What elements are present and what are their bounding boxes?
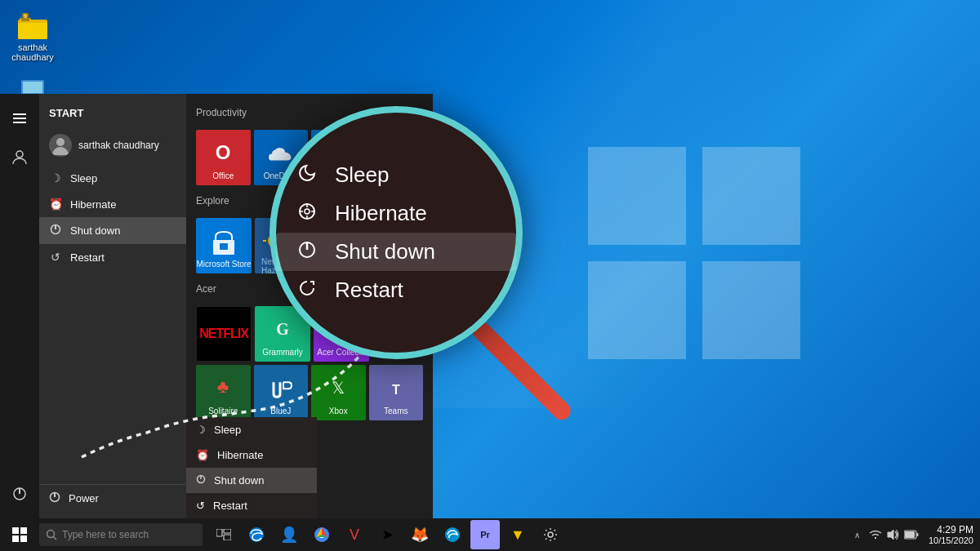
windows-logo-icon <box>12 527 27 542</box>
mag-restart-icon <box>296 278 318 303</box>
acer-label: Acer <box>196 283 216 295</box>
submenu-sleep-icon: ☽ <box>196 424 206 436</box>
taskbar-edge2-icon[interactable] <box>438 520 467 549</box>
svg-rect-1 <box>18 23 47 39</box>
mag-shutdown-icon <box>296 240 318 264</box>
tile-teams-label: Teams <box>384 407 408 415</box>
tray-datetime[interactable]: 4:29 PM 10/15/2020 <box>922 524 973 545</box>
svg-text:T: T <box>392 383 400 397</box>
mag-sleep-icon <box>296 163 318 188</box>
tray-date: 10/15/2020 <box>929 535 973 545</box>
tile-solitaire[interactable]: ♣ Solitaire <box>196 365 251 420</box>
svg-point-45 <box>305 209 310 214</box>
svg-point-13 <box>56 138 65 146</box>
tile-office[interactable]: O Office <box>196 130 251 185</box>
tray-volume-icon[interactable] <box>886 527 901 542</box>
start-shutdown-item[interactable]: Shut down <box>39 217 186 244</box>
tile-teams[interactable]: T Teams <box>369 365 424 420</box>
mag-restart-label: Restart <box>335 278 403 303</box>
power-button[interactable]: Power <box>39 485 186 512</box>
tile-solitaire-label: Solitaire <box>208 407 238 415</box>
mag-sleep-item[interactable]: Sleep <box>276 156 516 194</box>
submenu-restart-icon: ↺ <box>196 500 205 512</box>
taskbar: Type here to search 👤 <box>0 518 980 551</box>
tile-netflix[interactable]: NETFLIX <box>196 306 252 362</box>
tray-network-icon[interactable] <box>868 527 883 542</box>
submenu-hibernate-icon: ⏰ <box>196 449 209 461</box>
play-tiles-row: ♣ Solitaire BlueJ <box>196 365 423 420</box>
svg-rect-53 <box>20 527 27 534</box>
taskbar-pinned-icons: 👤 V ➤ 🦊 Pr ▼ <box>209 520 565 549</box>
taskbar-tray: ∧ 4:29 PM 10/15 <box>850 524 980 545</box>
mag-hibernate-item[interactable]: Hibernate <box>276 194 516 233</box>
taskbar-search-icon <box>46 529 57 540</box>
sidebar-hamburger[interactable] <box>0 100 39 136</box>
user-folder-icon: S <box>18 11 47 41</box>
start-header: START <box>39 100 186 126</box>
svg-text:G: G <box>276 320 289 338</box>
submenu-sleep-label: Sleep <box>214 424 241 436</box>
mag-hibernate-icon <box>296 202 318 226</box>
svg-point-56 <box>47 531 55 538</box>
start-sleep-item[interactable]: ☽ Sleep <box>39 165 186 191</box>
start-restart-item[interactable]: ↺ Restart <box>39 244 186 270</box>
tile-bluej-label: BlueJ <box>270 407 291 415</box>
submenu-sleep[interactable]: ☽ Sleep <box>186 417 317 442</box>
start-button[interactable] <box>0 518 39 551</box>
user-name-label: sarthak chaudhary <box>78 140 159 151</box>
taskbar-arrow-icon[interactable]: ➤ <box>372 520 402 549</box>
taskbar-settings-icon[interactable] <box>536 520 565 549</box>
tile-grammarly-label: Grammarly <box>262 348 302 357</box>
tile-xbox-label: Xbox <box>329 407 348 415</box>
start-hibernate-item[interactable]: ⏰ Hibernate <box>39 191 186 217</box>
taskbar-chrome-icon[interactable] <box>307 520 336 549</box>
start-label: START <box>49 107 83 119</box>
tile-store[interactable]: Microsoft Store <box>196 218 252 273</box>
productivity-label: Productivity <box>196 107 247 118</box>
svg-text:𝕏: 𝕏 <box>332 379 345 397</box>
taskbar-edge-icon[interactable] <box>242 520 271 549</box>
tile-bluej[interactable]: BlueJ <box>254 365 309 420</box>
submenu-restart-label: Restart <box>213 500 247 512</box>
taskbar-firefox-icon[interactable]: 🦊 <box>405 520 434 549</box>
taskbar-people-icon[interactable]: 👤 <box>274 520 304 549</box>
user-avatar <box>49 134 72 157</box>
sidebar-power-icon[interactable] <box>0 476 39 512</box>
svg-line-57 <box>54 537 57 540</box>
svg-rect-59 <box>224 529 231 533</box>
submenu-restart[interactable]: ↺ Restart <box>186 493 317 518</box>
svg-point-66 <box>548 532 553 537</box>
taskbar-search[interactable]: Type here to search <box>39 523 203 546</box>
svg-text:S: S <box>24 14 27 19</box>
mag-restart-item[interactable]: Restart <box>276 271 516 309</box>
magnifier: Sleep Hibernate Shut down <box>270 106 523 359</box>
submenu-hibernate[interactable]: ⏰ Hibernate <box>186 442 317 468</box>
desktop-icon-user-folder[interactable]: S sarthak chaudhary <box>7 8 59 65</box>
taskbar-premiere-icon[interactable]: Pr <box>470 520 500 549</box>
taskbar-vivaldi-icon[interactable]: V <box>340 520 369 549</box>
task-view-button[interactable] <box>209 520 238 549</box>
tile-xbox[interactable]: 𝕏 Xbox <box>311 365 366 420</box>
tray-chevron-icon[interactable]: ∧ <box>850 527 865 542</box>
taskbar-tri-icon[interactable]: ▼ <box>503 520 532 549</box>
explore-label: Explore <box>196 195 229 207</box>
power-icon <box>49 491 60 505</box>
mag-shutdown-label: Shut down <box>335 239 435 264</box>
power-label: Power <box>69 492 99 504</box>
submenu-shutdown[interactable]: Shut down <box>186 468 317 493</box>
hibernate-icon: ⏰ <box>49 198 62 211</box>
sidebar-user-icon[interactable] <box>0 140 39 176</box>
tray-battery-icon[interactable] <box>904 527 919 542</box>
sleep-icon: ☽ <box>49 171 62 184</box>
svg-rect-52 <box>12 527 19 534</box>
svg-rect-7 <box>23 82 42 93</box>
user-section[interactable]: sarthak chaudhary <box>39 126 186 165</box>
restart-icon: ↺ <box>49 251 62 264</box>
svg-rect-58 <box>216 529 222 536</box>
svg-marker-67 <box>888 530 893 540</box>
start-middle-panel: START sarthak chaudhary ☽ Sleep ⏰ Hibern… <box>39 94 186 518</box>
mag-sleep-label: Sleep <box>335 162 390 188</box>
mag-shutdown-item[interactable]: Shut down <box>276 233 516 271</box>
svg-rect-70 <box>916 533 918 536</box>
submenu-shutdown-label: Shut down <box>214 474 264 487</box>
